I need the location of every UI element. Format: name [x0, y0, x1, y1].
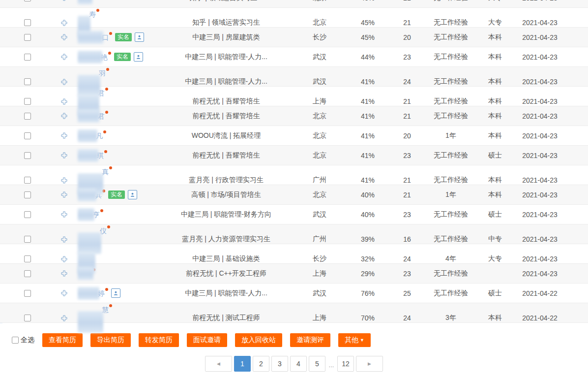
action-button[interactable]: 放入回收站 — [235, 333, 282, 347]
position-text: 知乎 | 领域运营实习生 — [192, 18, 260, 27]
row-checkbox[interactable] — [24, 98, 31, 105]
batch-action-bar: 全选 查看简历 导出简历 转发简历 面试邀请 放入回收站 邀请测评 其他 ▼ — [0, 333, 588, 347]
age-text: 25 — [403, 289, 411, 297]
age-text: 21 — [403, 97, 411, 105]
row-checkbox[interactable] — [24, 54, 31, 61]
candidate-name-link[interactable]: 琪 — [78, 149, 107, 162]
match-percent: 45% — [361, 19, 375, 27]
unread-dot — [100, 209, 103, 212]
table-row: 艳 实名 中建三局 | 职能管理-人力... 武汉 44% 23 无工作经验 本… — [0, 47, 588, 67]
name-blur-redaction — [78, 232, 101, 254]
city-text: 武汉 — [313, 53, 326, 62]
experience-text: 无工作经验 — [434, 97, 468, 106]
name-blur-redaction — [78, 110, 99, 123]
add-compare-icon[interactable] — [61, 211, 67, 218]
name-blur-redaction — [78, 311, 103, 333]
pagination-next-button[interactable]: ▶ — [356, 356, 383, 372]
realname-badge: 实名 — [108, 190, 125, 199]
action-button[interactable]: 其他 ▼ — [338, 333, 371, 347]
row-checkbox[interactable] — [24, 315, 31, 321]
position-text: 中建三局 | 职能管理-人力... — [185, 289, 267, 298]
add-compare-icon[interactable] — [61, 290, 67, 296]
pagination-page-1[interactable]: 1 — [234, 356, 251, 372]
action-button-label: 放入回收站 — [241, 336, 276, 345]
match-percent: 76% — [361, 289, 375, 297]
add-compare-icon[interactable] — [61, 34, 67, 40]
name-blur-redaction — [78, 51, 102, 63]
row-checkbox[interactable] — [24, 191, 31, 198]
add-compare-icon[interactable] — [61, 236, 67, 243]
action-button[interactable]: 面试邀请 — [187, 333, 227, 347]
pagination-page-3[interactable]: 3 — [271, 356, 288, 372]
add-compare-icon[interactable] — [61, 20, 67, 26]
row-checkbox[interactable] — [24, 236, 31, 243]
select-all-checkbox[interactable] — [12, 337, 19, 344]
unread-dot — [103, 130, 106, 133]
position-text: 前程无忧 | 吾耀管培生 — [192, 151, 260, 160]
row-checkbox[interactable] — [24, 19, 31, 26]
action-button[interactable]: 查看简历 — [42, 333, 83, 347]
candidate-name-link[interactable]: 亨 — [78, 208, 103, 221]
row-checkbox[interactable] — [24, 290, 31, 297]
action-button-label: 转发简历 — [145, 336, 173, 345]
candidate-name-link[interactable] — [78, 0, 91, 4]
row-checkbox[interactable] — [24, 177, 31, 184]
position-text: 中建三局 | 职能管理-人力... — [185, 77, 267, 86]
add-compare-icon[interactable] — [61, 79, 67, 85]
pagination-page-4[interactable]: 4 — [290, 356, 307, 372]
add-compare-icon[interactable] — [61, 132, 67, 139]
candidate-name-link[interactable]: 艳 — [78, 51, 111, 63]
row-checkbox[interactable] — [24, 0, 31, 1]
row-checkbox[interactable] — [24, 255, 31, 262]
candidate-name-link[interactable] — [78, 267, 95, 280]
add-compare-icon[interactable] — [61, 98, 67, 105]
action-button[interactable]: 邀请测评 — [290, 333, 330, 347]
action-button-label: 导出简历 — [97, 336, 124, 345]
add-compare-icon[interactable] — [61, 315, 67, 321]
add-compare-icon[interactable] — [61, 270, 67, 277]
action-button[interactable]: 转发简历 — [139, 333, 179, 347]
pagination-page-2[interactable]: 2 — [253, 356, 269, 372]
city-text: 上海 — [313, 314, 326, 322]
candidate-name-link[interactable]: 慧 — [78, 303, 112, 333]
row-checkbox[interactable] — [24, 78, 31, 85]
experience-text: 1年 — [445, 131, 456, 140]
row-checkbox[interactable] — [24, 34, 31, 41]
row-checkbox[interactable] — [24, 113, 31, 120]
row-checkbox[interactable] — [24, 152, 31, 159]
add-compare-icon[interactable] — [61, 256, 67, 262]
pagination-page-12[interactable]: 12 — [337, 356, 354, 372]
candidate-name-link[interactable]: 口 — [78, 31, 112, 44]
candidate-name-link[interactable]: 婷 — [78, 287, 108, 300]
row-checkbox[interactable] — [24, 132, 31, 139]
add-compare-icon[interactable] — [61, 54, 67, 60]
add-compare-icon[interactable] — [61, 152, 67, 158]
position-text: 蓝月亮 | 人力资源管理实习生 — [182, 235, 270, 244]
city-text: 北京 — [313, 190, 326, 199]
experience-text: 无工作经验 — [434, 77, 468, 86]
prev-arrow-icon: ◀ — [217, 361, 220, 366]
match-percent: 29% — [361, 270, 375, 278]
candidate-name-link[interactable]: 君 — [78, 110, 108, 123]
table-row: 寿 知乎 | 领域运营实习生 北京 45% 21 无工作经验 大专 2021-0… — [0, 8, 588, 28]
age-text: 21 — [403, 19, 411, 27]
unread-dot — [107, 225, 110, 228]
add-compare-icon[interactable] — [61, 191, 67, 198]
table-row: 知乎 | 领域运营实习生... 北京 45% 21 无工作经验 大专 2021-… — [0, 0, 588, 8]
name-blur-redaction — [78, 267, 93, 280]
unread-dot — [109, 304, 112, 307]
action-button-label: 查看简历 — [49, 336, 76, 345]
table-row: 琪 前程无忧 | 吾耀管培生 北京 41% 23 无工作经验 硕士 2021-0… — [0, 146, 588, 165]
select-all[interactable]: 全选 — [12, 336, 34, 345]
add-compare-icon[interactable] — [61, 113, 67, 119]
row-checkbox[interactable] — [24, 270, 31, 277]
candidate-name-link[interactable]: 凡 — [78, 129, 106, 142]
name-blur-redaction — [78, 75, 100, 96]
action-button[interactable]: 导出简历 — [90, 333, 131, 347]
add-compare-icon[interactable] — [61, 177, 67, 184]
row-checkbox[interactable] — [24, 211, 31, 218]
pagination-page-5[interactable]: 5 — [309, 356, 325, 372]
match-percent: 41% — [361, 112, 375, 120]
pagination-prev-button[interactable]: ◀ — [205, 356, 232, 372]
add-compare-icon[interactable] — [61, 0, 67, 1]
